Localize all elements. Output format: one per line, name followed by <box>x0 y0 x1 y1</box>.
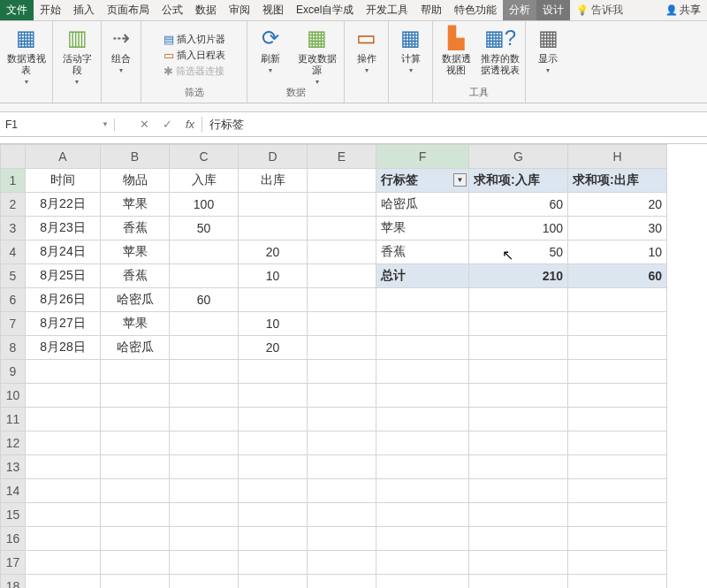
row-header-11[interactable]: 11 <box>1 408 26 431</box>
cell-E4[interactable] <box>308 241 376 264</box>
tab-home[interactable]: 开始 <box>34 0 67 20</box>
ribbon-active-field[interactable]: ▥ 活动字段▾ <box>58 25 95 86</box>
cell-F3[interactable]: 苹果 <box>376 217 469 241</box>
col-header-E[interactable]: E <box>308 145 376 169</box>
cell-E1[interactable] <box>308 169 376 193</box>
cell-D4[interactable]: 20 <box>239 241 308 264</box>
row-header-13[interactable]: 13 <box>1 455 26 479</box>
cell-C3[interactable]: 50 <box>170 217 239 241</box>
cell-D6[interactable] <box>239 288 308 312</box>
row-header-3[interactable]: 3 <box>1 217 26 241</box>
row-header-2[interactable]: 2 <box>1 193 26 217</box>
col-header-A[interactable]: A <box>26 145 101 169</box>
cell-G5-total[interactable]: 210 <box>469 264 568 288</box>
cell-B5[interactable]: 香蕉 <box>101 264 170 288</box>
tab-file[interactable]: 文件 <box>0 0 34 20</box>
ribbon-change-source[interactable]: ▦ 更改数据源▾ <box>295 25 338 86</box>
cell-H6[interactable] <box>568 288 667 312</box>
cell-C5[interactable] <box>170 264 239 288</box>
cell-H4[interactable]: 10 <box>568 241 667 264</box>
row-header-1[interactable]: 1 <box>1 169 26 193</box>
cell-H3[interactable]: 30 <box>568 217 667 241</box>
pivot-filter-dropdown[interactable]: ▼ <box>453 173 467 187</box>
cell-B4[interactable]: 苹果 <box>101 241 170 264</box>
cell-F8[interactable] <box>376 336 469 360</box>
cell-B7[interactable]: 苹果 <box>101 312 170 336</box>
ribbon-operations[interactable]: ▭ 操作▾ <box>349 25 384 74</box>
cell-E8[interactable] <box>308 336 376 360</box>
ribbon-calculate[interactable]: ▦ 计算▾ <box>393 25 429 74</box>
name-box[interactable]: F1▼ <box>0 118 115 131</box>
cell-C6[interactable]: 60 <box>170 288 239 312</box>
row-header-15[interactable]: 15 <box>1 503 26 527</box>
cell-D3[interactable] <box>239 217 308 241</box>
ribbon-insert-timeline[interactable]: ▭插入日程表 <box>162 48 227 63</box>
cell-D2[interactable] <box>239 193 308 217</box>
ribbon-pivot-table[interactable]: ▦ 数据透视表▾ <box>5 25 47 86</box>
tab-insert[interactable]: 插入 <box>67 0 101 20</box>
cell-A2[interactable]: 8月22日 <box>26 193 101 217</box>
col-header-D[interactable]: D <box>239 145 308 169</box>
row-header-12[interactable]: 12 <box>1 431 26 455</box>
cell-A7[interactable]: 8月27日 <box>26 312 101 336</box>
cell-F7[interactable] <box>376 312 469 336</box>
tab-design[interactable]: 设计 <box>536 0 570 20</box>
ribbon-group[interactable]: ⇢ 组合▾ <box>103 25 139 74</box>
cell-G7[interactable] <box>469 312 568 336</box>
cell-H5-total[interactable]: 60 <box>568 264 667 288</box>
row-header-17[interactable]: 17 <box>1 551 26 575</box>
col-header-C[interactable]: C <box>170 145 239 169</box>
tab-help[interactable]: 帮助 <box>414 0 448 20</box>
col-header-H[interactable]: H <box>568 145 667 169</box>
cell-E3[interactable] <box>308 217 376 241</box>
cell-H7[interactable] <box>568 312 667 336</box>
cell-H2[interactable]: 20 <box>568 193 667 217</box>
cell-D8[interactable]: 20 <box>239 336 308 360</box>
cell-F2[interactable]: 哈密瓜 <box>376 193 469 217</box>
row-header-16[interactable]: 16 <box>1 527 26 551</box>
cell-G8[interactable] <box>469 336 568 360</box>
tab-view[interactable]: 视图 <box>256 0 290 20</box>
cell-A5[interactable]: 8月25日 <box>26 264 101 288</box>
tab-formula[interactable]: 公式 <box>156 0 189 20</box>
cell-G6[interactable] <box>469 288 568 312</box>
cell-C7[interactable] <box>170 312 239 336</box>
cell-B2[interactable]: 苹果 <box>101 193 170 217</box>
cell-A8[interactable]: 8月28日 <box>26 336 101 360</box>
cell-F5-total[interactable]: 总计 <box>376 264 469 288</box>
ribbon-filter-connections[interactable]: ✱筛选器连接 <box>162 64 226 79</box>
tab-auto[interactable]: Excel自学成 <box>290 0 360 20</box>
tab-review[interactable]: 审阅 <box>223 0 256 20</box>
cell-E7[interactable] <box>308 312 376 336</box>
tab-tell-me[interactable]: 告诉我 <box>570 0 629 20</box>
row-header-6[interactable]: 6 <box>1 288 26 312</box>
ribbon-insert-slicer[interactable]: ▤插入切片器 <box>162 32 227 47</box>
cell-D1[interactable]: 出库 <box>239 169 308 193</box>
formula-input[interactable]: 行标签 <box>201 117 707 133</box>
row-header-4[interactable]: 4 <box>1 241 26 264</box>
tab-dev[interactable]: 开发工具 <box>360 0 414 20</box>
ribbon-show[interactable]: ▦ 显示▾ <box>530 25 566 74</box>
cell-G3[interactable]: 100 <box>469 217 568 241</box>
fx-button[interactable]: fx <box>179 118 201 131</box>
row-header-7[interactable]: 7 <box>1 312 26 336</box>
cell-C2[interactable]: 100 <box>170 193 239 217</box>
row-header-9[interactable]: 9 <box>1 360 26 384</box>
col-header-F[interactable]: F <box>376 145 469 169</box>
cell-B3[interactable]: 香蕉 <box>101 217 170 241</box>
ribbon-refresh[interactable]: ⟳ 刷新▾ <box>253 25 288 74</box>
cell-A3[interactable]: 8月23日 <box>26 217 101 241</box>
cell-A1[interactable]: 时间 <box>26 169 101 193</box>
tab-layout[interactable]: 页面布局 <box>101 0 156 20</box>
row-header-8[interactable]: 8 <box>1 336 26 360</box>
cell-G4[interactable]: 50 <box>469 241 568 264</box>
row-header-5[interactable]: 5 <box>1 264 26 288</box>
tab-data[interactable]: 数据 <box>189 0 223 20</box>
tab-special[interactable]: 特色功能 <box>448 0 503 20</box>
cell-C8[interactable] <box>170 336 239 360</box>
formula-accept[interactable]: ✓ <box>156 118 179 131</box>
cell-F1-pivot-rowlabel[interactable]: 行标签▼ <box>376 169 469 193</box>
cell-E6[interactable] <box>308 288 376 312</box>
cell-D7[interactable]: 10 <box>239 312 308 336</box>
cell-H8[interactable] <box>568 336 667 360</box>
